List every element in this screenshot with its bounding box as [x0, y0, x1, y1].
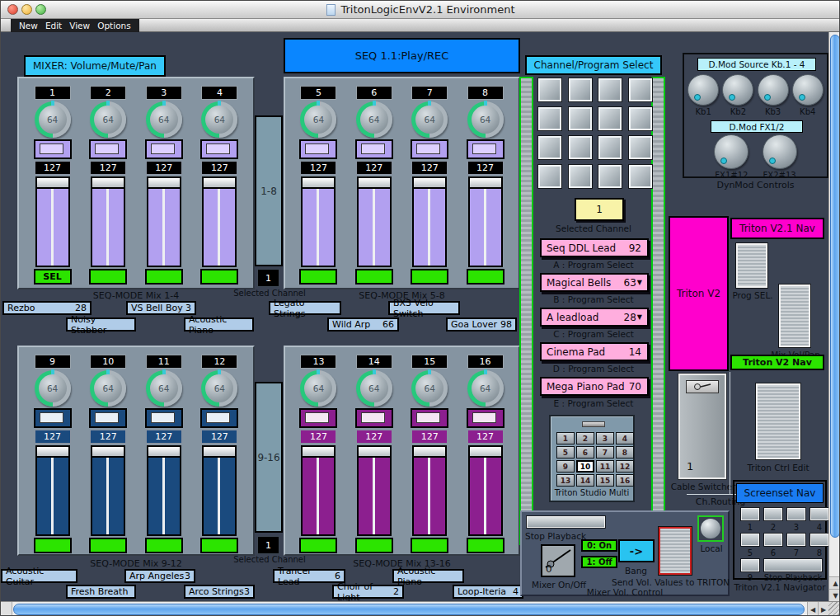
fader-cap[interactable] — [148, 178, 180, 189]
volume-fader[interactable] — [202, 445, 237, 536]
menu-edit[interactable]: Edit — [45, 21, 62, 31]
dmod-knob-kb4[interactable] — [792, 74, 824, 106]
cable-switcher-thumb[interactable] — [686, 380, 719, 393]
scroll-left-arrow[interactable]: ◀ — [807, 602, 818, 616]
vertical-scrollbar[interactable]: ▲ ▼ — [828, 32, 840, 601]
volume-fader[interactable] — [147, 176, 181, 267]
fader-cap[interactable] — [414, 447, 445, 458]
program-select-a[interactable]: Seq DDL Lead 92 — [540, 238, 649, 257]
prog-sel-button[interactable] — [736, 243, 767, 288]
fader-cap[interactable] — [359, 178, 390, 189]
fader-cap[interactable] — [204, 447, 235, 458]
volume-fader[interactable] — [91, 176, 125, 267]
studio-multi-key[interactable]: 9 — [556, 460, 575, 473]
volume-fader[interactable] — [412, 176, 447, 267]
studio-multi-key[interactable]: 6 — [576, 446, 594, 458]
studio-multi-key-selected[interactable]: 10 — [576, 460, 594, 473]
fader-cap[interactable] — [470, 178, 501, 189]
mute-button[interactable] — [200, 408, 238, 428]
fader-cap[interactable] — [92, 447, 124, 458]
volume-fader[interactable] — [468, 176, 503, 267]
volume-fader[interactable] — [357, 176, 392, 267]
volume-fader[interactable] — [468, 445, 503, 536]
pan-knob[interactable]: 64 — [467, 370, 504, 407]
zoom-button[interactable] — [35, 4, 46, 15]
studio-multi-key[interactable]: 12 — [616, 460, 634, 473]
fader-cap[interactable] — [303, 447, 334, 458]
volume-fader[interactable] — [301, 445, 336, 536]
menu-new[interactable]: New — [19, 21, 38, 31]
channel-pad[interactable] — [629, 78, 652, 101]
channel-select-button[interactable] — [145, 538, 183, 553]
screenset-key[interactable] — [787, 534, 805, 546]
fader-cap[interactable] — [414, 178, 445, 189]
vertical-scroll-thumb[interactable] — [830, 35, 840, 538]
mute-button[interactable] — [299, 139, 337, 159]
pan-knob[interactable]: 64 — [146, 370, 182, 407]
volume-fader[interactable] — [35, 445, 70, 536]
channel-pad[interactable] — [598, 107, 622, 130]
send-values-button[interactable] — [659, 527, 692, 575]
menu-options[interactable]: Options — [97, 21, 131, 31]
pan-knob[interactable]: 64 — [467, 101, 504, 138]
studio-multi-key[interactable]: 2 — [576, 432, 594, 444]
scroll-down-arrow[interactable]: ▼ — [829, 589, 840, 601]
pan-knob[interactable]: 64 — [35, 101, 71, 138]
mute-button[interactable] — [89, 139, 127, 159]
dmod-knob-fx2[interactable] — [763, 134, 797, 169]
studio-multi-key[interactable]: 14 — [576, 474, 594, 487]
fader-cap[interactable] — [470, 447, 501, 458]
channel-pad[interactable] — [598, 165, 622, 188]
bang-button[interactable]: -> — [618, 539, 655, 562]
channel-select-button[interactable] — [411, 538, 448, 553]
studio-multi-key[interactable]: 8 — [616, 446, 634, 458]
channel-pad[interactable] — [569, 165, 592, 188]
dmod-knob-kb1[interactable] — [687, 74, 719, 106]
studio-multi-key[interactable]: 15 — [596, 474, 614, 487]
pan-knob[interactable]: 64 — [146, 101, 182, 138]
channel-select-button[interactable] — [411, 269, 448, 284]
dmod-knob-kb3[interactable] — [758, 74, 789, 106]
scroll-right-arrow[interactable]: ▶ — [818, 602, 828, 616]
minimize-button[interactable] — [21, 4, 32, 15]
volume-fader[interactable] — [202, 176, 237, 267]
bank-switch-1-8[interactable]: 1-8 — [255, 115, 283, 266]
cable-switcher-slider[interactable]: 1 — [678, 374, 726, 479]
channel-pad[interactable] — [629, 107, 652, 130]
volume-fader[interactable] — [301, 176, 336, 267]
channel-select-button[interactable] — [200, 538, 238, 553]
volume-fader[interactable] — [147, 445, 181, 536]
pan-knob[interactable]: 64 — [300, 370, 336, 407]
mute-button[interactable] — [34, 408, 72, 428]
channel-select-button[interactable] — [467, 269, 504, 284]
volume-fader[interactable] — [412, 445, 447, 536]
channel-select-button[interactable] — [467, 538, 504, 553]
dmod-knob-kb2[interactable] — [722, 74, 753, 106]
screenset-key[interactable] — [764, 508, 782, 520]
screenset-key[interactable] — [787, 508, 805, 520]
studio-multi-key[interactable]: 13 — [556, 474, 575, 487]
screenset-key[interactable] — [764, 534, 782, 546]
fader-cap[interactable] — [37, 178, 68, 189]
channel-pad[interactable] — [569, 78, 592, 101]
close-button[interactable] — [7, 4, 18, 15]
screenset-key[interactable] — [810, 534, 828, 546]
channel-select-button[interactable]: SEL — [34, 269, 72, 284]
channel-select-button[interactable] — [145, 269, 183, 284]
studio-multi-key[interactable]: 16 — [616, 474, 634, 487]
channel-pad[interactable] — [629, 136, 652, 159]
program-select-d[interactable]: Cinema Pad 14 — [540, 342, 649, 361]
channel-pad[interactable] — [569, 136, 592, 159]
mute-button[interactable] — [411, 408, 448, 428]
mute-button[interactable] — [411, 139, 448, 159]
channel-select-button[interactable] — [34, 538, 72, 553]
triton-v21-nav-header[interactable]: Triton V2.1 Nav — [730, 218, 824, 239]
pan-knob[interactable]: 64 — [201, 370, 237, 407]
fader-cap[interactable] — [303, 178, 334, 189]
fader-cap[interactable] — [37, 447, 68, 458]
mixer-on-button[interactable]: 0: On — [581, 539, 617, 552]
pan-knob[interactable]: 64 — [90, 370, 126, 407]
mixer-header[interactable]: MIXER: Volume/Mute/Pan — [24, 55, 166, 77]
volume-fader[interactable] — [91, 445, 125, 536]
channel-select-button[interactable] — [355, 538, 393, 553]
